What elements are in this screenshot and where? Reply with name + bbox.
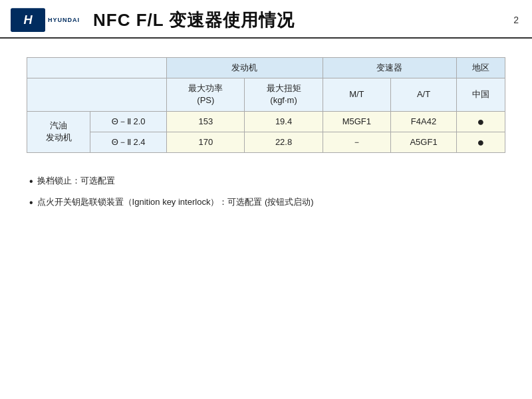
china-1: ● [456,111,505,132]
engine-model-2: Θ－Ⅱ 2.4 [90,132,167,152]
empty-subheader-cell [27,78,167,111]
notes-section: • 换档锁止：可选配置 • 点火开关钥匙联锁装置（Ignition key in… [27,169,505,223]
at-header: A/T [391,78,457,111]
page-title: NFC F/L 变速器使用情况 [93,9,513,32]
torque-2: 22.8 [245,132,323,152]
region-header: 地区 [456,58,505,78]
engine-header: 发动机 [167,58,323,78]
note-item-2: • 点火开关钥匙联锁装置（Ignition key interlock）：可选配… [29,196,503,210]
hyundai-logo: H [11,8,45,32]
at-2: A5GF1 [391,132,457,152]
note-text-2: 点火开关钥匙联锁装置（Ignition key interlock）：可选配置 … [37,196,314,209]
bullet-1: • [29,174,33,189]
engine-model-1: Θ－Ⅱ 2.0 [90,111,167,132]
hyundai-text: HYUNDAI [48,17,80,23]
transmission-header: 变速器 [323,58,456,78]
torque-1: 19.4 [245,111,323,132]
power-header: 最大功率(PS) [167,78,245,111]
torque-header: 最大扭矩(kgf·m) [245,78,323,111]
table-row: Θ－Ⅱ 2.4 170 22.8 － A5GF1 ● [27,132,505,152]
power-1: 153 [167,111,245,132]
specs-table: 发动机 变速器 地区 最大功率(PS) 最大扭矩(kgf·m) M/T A/T … [27,57,505,153]
mt-1: M5GF1 [323,111,390,132]
mt-2: － [323,132,390,152]
empty-header-cell [27,58,167,78]
at-1: F4A42 [391,111,457,132]
main-content: 发动机 变速器 地区 最大功率(PS) 最大扭矩(kgf·m) M/T A/T … [0,39,532,236]
bullet-2: • [29,196,33,210]
china-header: 中国 [456,78,505,111]
note-text-1: 换档锁止：可选配置 [37,174,115,188]
mt-header: M/T [323,78,390,111]
power-2: 170 [167,132,245,152]
page-header: H HYUNDAI NFC F/L 变速器使用情况 2 [0,0,532,39]
data-table-container: 发动机 变速器 地区 最大功率(PS) 最大扭矩(kgf·m) M/T A/T … [27,57,505,153]
logo-area: H HYUNDAI [11,8,80,32]
table-header-row-2: 最大功率(PS) 最大扭矩(kgf·m) M/T A/T 中国 [27,78,505,111]
page-number: 2 [513,15,519,25]
engine-type-label: 汽油发动机 [27,111,90,152]
svg-text:H: H [23,13,33,27]
table-row: 汽油发动机 Θ－Ⅱ 2.0 153 19.4 M5GF1 F4A42 ● [27,111,505,132]
note-item-1: • 换档锁止：可选配置 [29,174,503,189]
china-2: ● [456,132,505,152]
table-header-row-1: 发动机 变速器 地区 [27,58,505,78]
